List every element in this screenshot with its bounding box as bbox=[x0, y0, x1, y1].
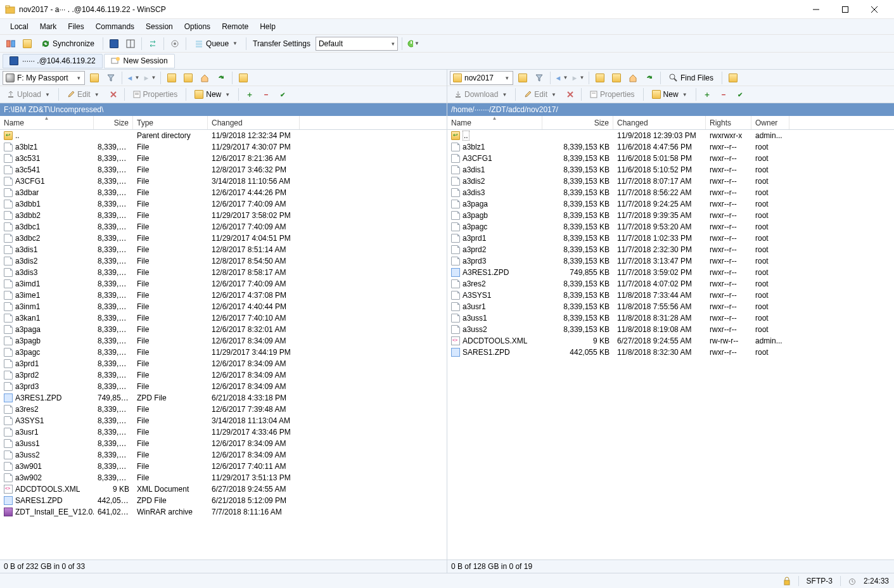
file-row[interactable]: a3dis38,339,153 KB11/7/2018 8:56:22 AMrw… bbox=[447, 187, 894, 198]
open-folder-icon[interactable] bbox=[516, 71, 530, 85]
open-folder-icon[interactable] bbox=[87, 71, 101, 85]
col-owner[interactable]: Owner bbox=[751, 116, 789, 129]
file-row[interactable]: a3uss18,339,15...File12/6/2017 8:34:09 A… bbox=[0, 438, 447, 449]
delete-icon[interactable] bbox=[563, 87, 577, 101]
upload-button[interactable]: Upload▼ bbox=[3, 87, 54, 101]
file-row[interactable]: a3inm18,339,15...File12/6/2017 4:40:44 P… bbox=[0, 301, 447, 312]
col-changed[interactable]: Changed bbox=[613, 116, 706, 129]
new-button[interactable]: New▼ bbox=[648, 87, 692, 101]
file-row[interactable]: a3paga8,339,15...File12/6/2017 8:32:01 A… bbox=[0, 324, 447, 335]
refresh-icon[interactable] bbox=[642, 71, 656, 85]
file-row[interactable]: a3w9018,339,15...File12/6/2017 7:40:11 A… bbox=[0, 461, 447, 472]
file-row[interactable]: A3RES1.ZPD749,855 KB11/7/2018 3:59:02 PM… bbox=[447, 267, 894, 278]
find-files-button[interactable]: Find Files bbox=[665, 71, 718, 85]
file-row[interactable]: a3dbb18,339,15...File12/6/2017 7:40:09 A… bbox=[0, 198, 447, 210]
file-row[interactable]: a3usr18,339,15...File11/29/2017 4:33:46 … bbox=[0, 426, 447, 438]
right-drive-selector[interactable]: nov2017 ▾ bbox=[450, 71, 513, 85]
file-row[interactable]: a3kan18,339,15...File12/6/2017 7:40:10 A… bbox=[0, 312, 447, 324]
menu-commands[interactable]: Commands bbox=[91, 21, 139, 32]
file-row[interactable]: a3res28,339,153 KB11/7/2018 4:07:02 PMrw… bbox=[447, 278, 894, 290]
file-row[interactable]: a3dbar8,339,15...File12/6/2017 4:44:26 P… bbox=[0, 187, 447, 198]
right-path[interactable]: /home/·······/ZDT/adcd/nov2017/ bbox=[447, 103, 894, 116]
file-row[interactable]: a3prd18,339,153 KB11/7/2018 1:02:33 PMrw… bbox=[447, 233, 894, 244]
close-button[interactable] bbox=[860, 0, 889, 19]
menu-remote[interactable]: Remote bbox=[217, 21, 253, 32]
preferences-icon[interactable] bbox=[168, 37, 182, 51]
root-dir-icon[interactable] bbox=[610, 71, 623, 85]
edit-button[interactable]: Edit▼ bbox=[520, 87, 561, 101]
file-row[interactable]: a3prd28,339,153 KB11/7/2018 2:32:30 PMrw… bbox=[447, 244, 894, 255]
file-row[interactable]: A3SYS18,339,15...File3/14/2018 11:13:04 … bbox=[0, 415, 447, 426]
file-row[interactable]: a3pagc8,339,15...File11/29/2017 3:44:19 … bbox=[0, 347, 447, 358]
file-row[interactable]: a3dbb28,339,15...File11/29/2017 3:58:02 … bbox=[0, 210, 447, 221]
file-row[interactable]: a3dis18,339,153 KB11/6/2018 5:10:52 PMrw… bbox=[447, 164, 894, 176]
file-row[interactable]: a3dbc18,339,15...File12/6/2017 7:40:09 A… bbox=[0, 221, 447, 233]
select-all-minus-icon[interactable]: － bbox=[259, 87, 273, 101]
refresh-icon[interactable] bbox=[214, 71, 228, 85]
filter-icon[interactable] bbox=[104, 71, 118, 85]
home-icon[interactable] bbox=[626, 71, 640, 85]
file-row[interactable]: a3w9028,339,15...File11/29/2017 3:51:13 … bbox=[0, 472, 447, 483]
properties-button[interactable]: Properties bbox=[129, 87, 182, 101]
forward-button[interactable]: ►▼ bbox=[571, 71, 585, 85]
root-dir-icon[interactable] bbox=[181, 71, 195, 85]
col-changed[interactable]: Changed bbox=[208, 116, 300, 129]
file-row[interactable]: a3imd18,339,15...File12/6/2017 7:40:09 A… bbox=[0, 278, 447, 290]
disconnect-icon[interactable]: ▼ bbox=[406, 37, 420, 51]
menu-help[interactable]: Help bbox=[255, 21, 281, 32]
file-row[interactable]: A3CFG18,339,15...File3/14/2018 11:10:56 … bbox=[0, 176, 447, 187]
new-button[interactable]: New▼ bbox=[190, 87, 234, 101]
parent-row[interactable]: ..11/9/2018 12:39:03 PMrwxrwxr-xadmin... bbox=[447, 130, 894, 141]
col-name[interactable]: ▲Name bbox=[0, 116, 94, 129]
console-icon[interactable] bbox=[107, 37, 121, 51]
file-row[interactable]: a3prd38,339,153 KB11/7/2018 3:13:47 PMrw… bbox=[447, 255, 894, 267]
left-drive-selector[interactable]: F: My Passport ▾ bbox=[3, 71, 85, 85]
queue-button[interactable]: Queue▼ bbox=[190, 37, 242, 51]
transfer-icon[interactable] bbox=[146, 37, 160, 51]
compare-icon[interactable] bbox=[4, 37, 18, 51]
file-row[interactable]: a3dis28,339,15...File12/8/2017 8:54:50 A… bbox=[0, 255, 447, 267]
file-row[interactable]: a3blz18,339,15...File11/29/2017 4:30:07 … bbox=[0, 141, 447, 153]
file-row[interactable]: a3ime18,339,15...File12/6/2017 4:37:08 P… bbox=[0, 290, 447, 301]
file-row[interactable]: a3c5318,339,15...File12/6/2017 8:21:36 A… bbox=[0, 153, 447, 164]
file-row[interactable]: a3pagb8,339,153 KB11/7/2018 9:39:35 AMrw… bbox=[447, 210, 894, 221]
file-row[interactable]: A3RES1.ZPD749,855 KBZPD File6/21/2018 4:… bbox=[0, 392, 447, 404]
col-name[interactable]: ▲Name bbox=[447, 116, 542, 129]
file-row[interactable]: a3res28,339,15...File12/6/2017 7:39:48 A… bbox=[0, 404, 447, 415]
select-all-minus-icon[interactable]: － bbox=[717, 87, 731, 101]
select-check-icon[interactable]: ✔ bbox=[733, 87, 747, 101]
transfer-settings-dropdown[interactable]: Default bbox=[316, 37, 398, 51]
bookmark-icon[interactable] bbox=[236, 71, 250, 85]
properties-button[interactable]: Properties bbox=[585, 87, 639, 101]
file-row[interactable]: a3dis28,339,153 KB11/7/2018 8:07:17 AMrw… bbox=[447, 176, 894, 187]
maximize-button[interactable] bbox=[831, 0, 860, 19]
file-row[interactable]: A3CFG18,339,153 KB11/6/2018 5:01:58 PMrw… bbox=[447, 153, 894, 164]
sync-browse-icon[interactable] bbox=[20, 37, 34, 51]
file-row[interactable]: a3c5418,339,15...File12/8/2017 3:46:32 P… bbox=[0, 164, 447, 176]
left-path[interactable]: F:\IBM ZD&T\Uncompressed\ bbox=[0, 103, 447, 116]
file-row[interactable]: a3prd28,339,15...File12/6/2017 8:34:09 A… bbox=[0, 369, 447, 381]
left-file-list[interactable]: ..Parent directory11/9/2018 12:32:34 PMa… bbox=[0, 130, 447, 559]
file-row[interactable]: SARES1.ZPD442,055 KB11/8/2018 8:32:30 AM… bbox=[447, 347, 894, 358]
select-check-icon[interactable]: ✔ bbox=[276, 87, 290, 101]
col-size[interactable]: Size bbox=[94, 116, 133, 129]
delete-icon[interactable] bbox=[106, 87, 120, 101]
menu-options[interactable]: Options bbox=[179, 21, 215, 32]
synchronize-button[interactable]: Synchronize bbox=[37, 37, 99, 51]
parent-dir-icon[interactable] bbox=[593, 71, 607, 85]
file-row[interactable]: a3prd18,339,15...File12/6/2017 8:34:09 A… bbox=[0, 358, 447, 369]
right-file-list[interactable]: ..11/9/2018 12:39:03 PMrwxrwxr-xadmin...… bbox=[447, 130, 894, 559]
parent-row[interactable]: ..Parent directory11/9/2018 12:32:34 PM bbox=[0, 130, 447, 141]
back-button[interactable]: ◄▼ bbox=[554, 71, 568, 85]
file-row[interactable]: a3blz18,339,153 KB11/6/2018 4:47:56 PMrw… bbox=[447, 141, 894, 153]
file-row[interactable]: A3SYS18,339,153 KB11/8/2018 7:33:44 AMrw… bbox=[447, 290, 894, 301]
edit-button[interactable]: Edit▼ bbox=[63, 87, 104, 101]
file-row[interactable]: a3uss28,339,153 KB11/8/2018 8:19:08 AMrw… bbox=[447, 324, 894, 335]
select-all-plus-icon[interactable]: ＋ bbox=[700, 87, 714, 101]
forward-button[interactable]: ►▼ bbox=[143, 71, 156, 85]
parent-dir-icon[interactable] bbox=[165, 71, 179, 85]
file-row[interactable]: a3pagb8,339,15...File12/6/2017 8:34:09 A… bbox=[0, 335, 447, 347]
menu-mark[interactable]: Mark bbox=[35, 21, 62, 32]
session-tab-active[interactable]: ······ .@104.46.119.22 bbox=[3, 54, 103, 68]
menu-session[interactable]: Session bbox=[141, 21, 178, 32]
